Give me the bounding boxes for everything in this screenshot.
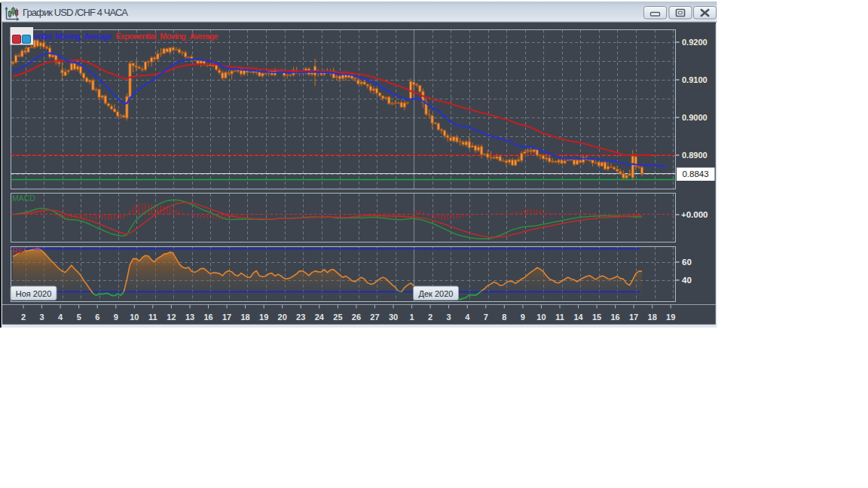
svg-text:13: 13	[185, 313, 194, 322]
svg-text:ential_Moving_Average: ential_Moving_Average	[34, 32, 112, 41]
svg-text:14: 14	[573, 313, 583, 322]
svg-text:9: 9	[114, 313, 118, 322]
svg-text:60: 60	[682, 258, 692, 267]
svg-text:0.8843: 0.8843	[682, 169, 708, 178]
svg-text:8: 8	[502, 313, 506, 322]
svg-text:1: 1	[410, 313, 414, 322]
svg-text:+0.000: +0.000	[681, 210, 708, 219]
svg-text:19: 19	[259, 313, 268, 322]
svg-text:0.8900: 0.8900	[682, 151, 708, 160]
svg-text:25: 25	[333, 313, 342, 322]
svg-text:10: 10	[130, 313, 139, 322]
svg-text:0.9100: 0.9100	[682, 75, 708, 84]
svg-text:7: 7	[484, 313, 488, 322]
svg-text:Дек 2020: Дек 2020	[419, 289, 454, 298]
svg-text:График USD /CHF 4 ЧАСА: График USD /CHF 4 ЧАСА	[23, 7, 128, 18]
svg-text:27: 27	[370, 313, 379, 322]
svg-text:2: 2	[21, 313, 26, 322]
svg-text:18: 18	[648, 313, 657, 322]
svg-text:26: 26	[352, 313, 361, 322]
svg-text:0.9000: 0.9000	[682, 113, 708, 122]
svg-text:3: 3	[447, 313, 451, 322]
svg-text:4: 4	[58, 313, 63, 322]
svg-text:Ноя 2020: Ноя 2020	[16, 289, 52, 298]
svg-text:0.9200: 0.9200	[682, 38, 708, 47]
svg-text:24: 24	[315, 313, 325, 322]
svg-text:9: 9	[521, 313, 525, 322]
svg-text:11: 11	[555, 313, 564, 322]
svg-text:10: 10	[536, 313, 546, 322]
svg-text:3: 3	[39, 313, 44, 322]
svg-text:4: 4	[465, 313, 470, 322]
svg-text:12: 12	[167, 313, 176, 322]
svg-text:6: 6	[95, 313, 99, 322]
svg-text:19: 19	[666, 313, 675, 322]
svg-text:Exponential_Moving_Average: Exponential_Moving_Average	[116, 32, 219, 41]
svg-text:16: 16	[610, 313, 619, 322]
svg-text:17: 17	[629, 313, 638, 322]
svg-text:17: 17	[222, 313, 231, 322]
svg-text:5: 5	[77, 313, 81, 322]
svg-text:MACD: MACD	[12, 194, 35, 203]
svg-text:18: 18	[240, 313, 249, 322]
svg-text:15: 15	[592, 313, 601, 322]
svg-text:40: 40	[682, 276, 692, 285]
svg-text:RSI: RSI	[12, 246, 26, 255]
svg-text:30: 30	[389, 313, 398, 322]
svg-text:11: 11	[148, 313, 157, 322]
svg-text:16: 16	[203, 313, 212, 322]
svg-text:20: 20	[278, 313, 287, 322]
svg-text:23: 23	[296, 313, 305, 322]
svg-text:2: 2	[428, 313, 432, 322]
